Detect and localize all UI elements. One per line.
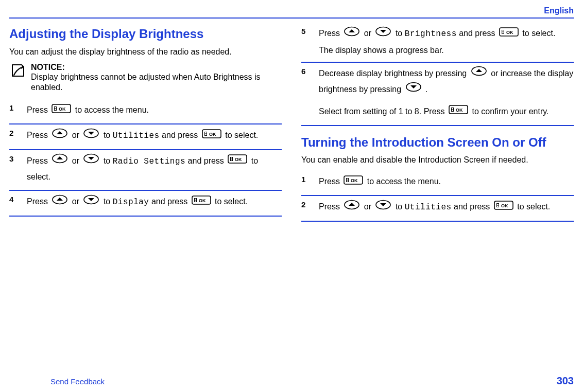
notice-icon [10,63,26,94]
step-body: Press or to Radio Settings and press to … [27,153,282,185]
down-arrow-icon [375,26,391,42]
menu-item: Utilities [405,203,452,212]
step-number: 3 [9,153,23,185]
content-columns: Adjusting the Display Brightness You can… [9,23,574,222]
ok-button-icon [449,104,468,119]
step-number: 5 [301,26,315,57]
up-arrow-icon [52,128,68,144]
language-label: English [9,6,574,15]
step-number: 4 [9,194,23,210]
step-number: 1 [301,174,315,190]
up-arrow-icon [52,194,68,210]
ok-button-icon [192,194,211,210]
step-result: The display shows a progress bar. [319,45,574,56]
menu-item: Display [113,198,149,207]
ok-button-icon [499,26,519,42]
step-number: 1 [9,102,23,118]
step-1: 1 Press to access the menu. [9,99,282,124]
menu-item: Utilities [113,131,160,140]
left-column: Adjusting the Display Brightness You can… [9,23,282,222]
s2-step-2: 2 Press or to Utilities and press to sel… [301,196,574,221]
step-2: 2 Press or to Utilities and press to sel… [9,124,282,150]
down-arrow-icon [375,200,391,215]
up-arrow-icon [52,153,68,169]
ok-button-icon [494,200,513,215]
section-intro: You can enable and disable the Introduct… [301,155,574,166]
down-arrow-icon [405,82,422,97]
up-arrow-icon [344,200,360,215]
step-number: 2 [301,199,315,215]
section-title-brightness: Adjusting the Display Brightness [9,27,282,42]
step-body: Press or to Display and press to select. [27,194,282,210]
ok-button-icon [228,153,247,169]
top-divider [9,17,574,19]
send-feedback-link[interactable]: Send Feedback [9,377,105,386]
step-body: Decrease display brightness by pressing … [319,66,574,120]
section-title-intro-screen: Turning the Introduction Screen On or Of… [301,135,574,150]
down-arrow-icon [83,128,99,144]
step-3: 3 Press or to Radio Settings and press t… [9,150,282,191]
step-number: 6 [301,66,315,120]
down-arrow-icon [83,194,99,210]
notice-body: Display brightness cannot be adjusted wh… [31,72,282,94]
up-arrow-icon [344,26,360,42]
up-arrow-icon [471,66,487,81]
section-intro: You can adjust the display brightness of… [9,47,282,58]
step-number: 2 [9,128,23,144]
down-arrow-icon [83,153,99,169]
menu-item: Radio Settings [113,157,185,166]
step-body: Press or to Utilities and press to selec… [27,128,282,144]
ok-button-icon [344,174,363,190]
right-column: 5 Press or to Brightness and press to se… [301,23,574,222]
s2-step-1: 1 Press to access the menu. [301,171,574,196]
notice-title: NOTICE: [31,63,282,72]
step-6: 6 Decrease display brightness by pressin… [301,63,574,126]
notice-box: NOTICE: Display brightness cannot be adj… [9,63,282,94]
ok-button-icon [202,128,221,144]
ok-button-icon [52,103,71,118]
step-5: 5 Press or to Brightness and press to se… [301,23,574,63]
menu-item: Brightness [405,29,457,39]
step-body: Press or to Utilities and press to selec… [319,199,574,215]
step-body: Press to access the menu. [27,102,282,118]
step-4: 4 Press or to Display and press to selec… [9,191,282,216]
page-footer: Send Feedback 303 [9,375,574,387]
step-body: Press to access the menu. [319,174,574,190]
page-number: 303 [557,375,574,387]
step-body: Press or to Brightness and press to sele… [319,26,574,57]
